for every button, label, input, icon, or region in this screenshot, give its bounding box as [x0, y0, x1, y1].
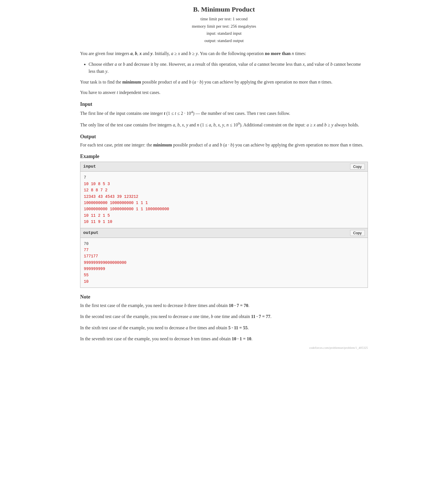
memory-limit: memory limit per test: 256 megabytes: [80, 23, 368, 30]
problem-bullet-wrapper: Choose either a or b and decrease it by …: [80, 61, 368, 75]
input-code-block: input Copy 7 10 10 8 5 3 12 8 8 7 2 1234…: [80, 162, 368, 228]
input-line1: The first line of the input contains one…: [80, 109, 368, 117]
input-line2: The only line of the test case contains …: [80, 120, 368, 129]
output-first-line: 70: [84, 242, 89, 246]
problem-bullet: Choose either a or b and decrease it by …: [89, 61, 368, 75]
problem-independent: You have to answer t independent test ca…: [80, 89, 368, 96]
input-code-body: 7 10 10 8 5 3 12 8 8 7 2 12343 43 4543 3…: [80, 172, 368, 228]
note-line-2: In the second test case of the example, …: [80, 313, 368, 320]
problem-task: Your task is to find the minimum possibl…: [80, 78, 368, 86]
input-code-header: input Copy: [80, 162, 368, 172]
output-label: output: [83, 231, 98, 235]
output-code-body: 70 77 177177 999999999000000000 99999999…: [80, 238, 368, 288]
watermark: codeforces.com/problemset/problem/1_4053…: [80, 346, 368, 349]
output-data-lines: 77 177177 999999999000000000 999999999 5…: [84, 248, 126, 284]
note-section-title: Note: [80, 294, 368, 300]
input-first-line: 7: [84, 175, 86, 180]
meta-info: time limit per test: 1 second memory lim…: [80, 16, 368, 44]
note-line-1: In the first test case of the example, y…: [80, 302, 368, 309]
input-label: input: [83, 164, 96, 169]
output-section-title: Output: [80, 134, 368, 140]
output-text: For each test case, print one integer: t…: [80, 141, 368, 149]
input-data-lines: 10 10 8 5 3 12 8 8 7 2 12343 43 4543 39 …: [84, 182, 169, 224]
input-section-title: Input: [80, 101, 368, 107]
note-line-3: In the sixth test case of the example, y…: [80, 324, 368, 332]
example-title: Example: [80, 154, 368, 159]
copy-input-button[interactable]: Copy: [350, 164, 365, 170]
output-type: output: standard output: [80, 37, 368, 45]
problem-intro: You are given four integers a, b, x and …: [80, 50, 368, 57]
input-type: input: standard input: [80, 30, 368, 37]
output-code-header: output Copy: [80, 228, 368, 238]
copy-output-button[interactable]: Copy: [350, 230, 365, 236]
time-limit: time limit per test: 1 second: [80, 16, 368, 23]
problem-title: B. Minimum Product: [80, 6, 368, 13]
output-code-block: output Copy 70 77 177177 999999999000000…: [80, 228, 368, 288]
note-line-4: In the seventh test case of the example,…: [80, 335, 368, 343]
